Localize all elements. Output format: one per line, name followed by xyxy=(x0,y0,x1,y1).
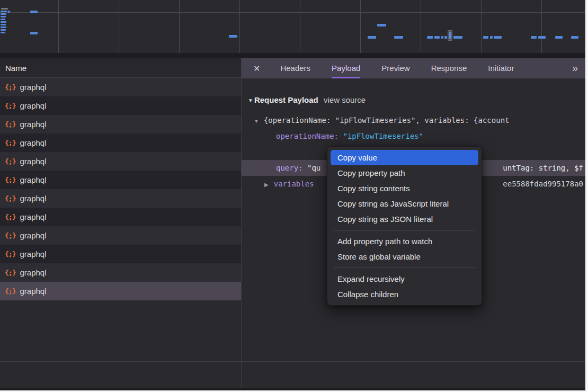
request-timeline-bar[interactable] xyxy=(453,36,462,39)
expand-triangle-icon[interactable]: ▶ xyxy=(264,177,269,192)
request-timeline-bar[interactable] xyxy=(1,29,6,31)
request-timeline-bar[interactable] xyxy=(483,36,488,39)
overview-vertical-gridline xyxy=(481,0,482,53)
json-braces-icon: {;} xyxy=(5,152,15,171)
request-timeline-bar[interactable] xyxy=(494,36,502,39)
request-timeline-bar[interactable] xyxy=(8,11,10,13)
payload-root-row[interactable]: ▼{operationName: "ipFlowTimeseries", var… xyxy=(242,112,585,128)
request-timeline-bar[interactable] xyxy=(1,21,6,23)
context-menu-item[interactable]: Copy value xyxy=(331,150,478,165)
context-menu-item[interactable]: Copy string as JSON literal xyxy=(331,211,478,227)
overview-vertical-gridline xyxy=(360,0,361,53)
expand-triangle-icon[interactable]: ▼ xyxy=(254,113,259,128)
request-timeline-bar[interactable] xyxy=(368,36,376,39)
name-column-header[interactable]: Name xyxy=(0,58,242,78)
request-name-label: graphql xyxy=(20,78,46,96)
request-timeline-bar[interactable] xyxy=(1,16,6,17)
request-name-label: graphql xyxy=(20,226,46,245)
request-row[interactable]: {;}graphql xyxy=(0,282,242,300)
request-timeline-bar[interactable] xyxy=(1,32,5,33)
request-name-label: graphql xyxy=(20,208,46,226)
request-name-label: graphql xyxy=(20,133,46,152)
json-braces-icon: {;} xyxy=(5,78,15,96)
request-timeline-bar[interactable] xyxy=(229,35,237,38)
request-timeline-bar[interactable] xyxy=(441,36,443,39)
json-braces-icon: {;} xyxy=(5,263,15,282)
request-timeline-bar[interactable] xyxy=(490,36,493,39)
request-timeline-bar[interactable] xyxy=(555,36,563,39)
property-key: variables xyxy=(274,180,314,188)
overview-separator xyxy=(0,53,585,58)
request-timeline-bar[interactable] xyxy=(377,24,386,26)
payload-operationname-row[interactable]: operationName: "ipFlowTimeseries" xyxy=(242,128,585,144)
request-row[interactable]: {;}graphql xyxy=(0,78,242,96)
menu-divider xyxy=(334,268,475,268)
more-tabs-icon[interactable]: » xyxy=(572,58,577,78)
context-menu-item[interactable]: Copy string contents xyxy=(331,181,478,196)
section-collapse-icon[interactable]: ▼ xyxy=(248,97,253,103)
overview-vertical-gridline xyxy=(541,0,542,53)
name-column-label: Name xyxy=(5,64,26,73)
request-row[interactable]: {;}graphql xyxy=(0,96,242,115)
request-name-label: graphql xyxy=(20,96,46,115)
panel-split-divider[interactable] xyxy=(241,58,242,388)
menu-divider xyxy=(334,230,475,230)
context-menu-item[interactable]: Copy string as JavaScript literal xyxy=(331,196,478,211)
property-value-right: ee5588fdad995178a0 xyxy=(503,176,583,192)
details-tabs: HeadersPayloadPreviewResponseInitiator xyxy=(270,58,524,78)
request-timeline-bar[interactable] xyxy=(1,24,6,25)
window-bottom-edge xyxy=(0,388,585,390)
request-row[interactable]: {;}graphql xyxy=(0,226,242,245)
tab-initiator[interactable]: Initiator xyxy=(488,58,514,78)
request-timeline-bar[interactable] xyxy=(1,19,5,20)
request-row[interactable]: {;}graphql xyxy=(0,133,242,152)
request-timeline-bar[interactable] xyxy=(444,36,447,39)
request-timeline-bar[interactable] xyxy=(30,11,38,13)
context-menu-item[interactable]: Expand recursively xyxy=(331,271,478,287)
property-key: query: xyxy=(276,164,303,172)
request-row[interactable]: {;}graphql xyxy=(0,171,242,189)
request-rows: {;}graphql{;}graphql{;}graphql{;}graphql… xyxy=(0,78,242,300)
view-source-link[interactable]: view source xyxy=(324,93,366,108)
request-row[interactable]: {;}graphql xyxy=(0,263,242,282)
request-timeline-bar[interactable] xyxy=(531,36,537,39)
context-menu-item[interactable]: Add property path to watch xyxy=(331,234,478,249)
network-overview-timeline[interactable] xyxy=(0,0,585,53)
property-value-right: untTag: string, $f xyxy=(503,160,583,176)
json-braces-icon: {;} xyxy=(5,189,15,208)
json-braces-icon: {;} xyxy=(5,245,15,263)
request-timeline-bar[interactable] xyxy=(538,36,546,39)
request-timeline-bar[interactable] xyxy=(30,32,38,34)
request-timeline-bar[interactable] xyxy=(427,36,433,39)
request-row[interactable]: {;}graphql xyxy=(0,189,242,208)
request-list-panel: Name {;}graphql{;}graphql{;}graphql{;}gr… xyxy=(0,58,242,361)
close-icon[interactable]: ✕ xyxy=(253,64,260,74)
request-row[interactable]: {;}graphql xyxy=(0,208,242,226)
request-timeline-bar[interactable] xyxy=(1,13,6,15)
json-braces-icon: {;} xyxy=(5,133,15,152)
request-payload-section[interactable]: ▼Request Payload view source xyxy=(248,93,318,108)
request-timeline-bar[interactable] xyxy=(1,26,6,28)
tab-response[interactable]: Response xyxy=(431,58,467,78)
request-row[interactable]: {;}graphql xyxy=(0,245,242,263)
request-row[interactable]: {;}graphql xyxy=(0,115,242,133)
context-menu-item[interactable]: Store as global variable xyxy=(331,249,478,264)
context-menu-item[interactable]: Collapse children xyxy=(331,287,478,302)
request-timeline-bar[interactable] xyxy=(1,8,8,10)
tab-payload[interactable]: Payload xyxy=(332,58,360,78)
request-timeline-bar[interactable] xyxy=(1,11,7,12)
section-title: Request Payload xyxy=(254,95,318,104)
request-timeline-bar[interactable] xyxy=(394,36,403,39)
json-braces-icon: {;} xyxy=(5,208,15,226)
property-key: operationName: xyxy=(276,132,338,140)
request-row[interactable]: {;}graphql xyxy=(0,152,242,171)
request-name-label: graphql xyxy=(20,245,46,263)
request-timeline-bar[interactable] xyxy=(571,36,578,39)
tab-headers[interactable]: Headers xyxy=(280,58,310,78)
json-braces-icon: {;} xyxy=(5,96,15,115)
request-timeline-bar[interactable] xyxy=(434,36,440,39)
overview-vertical-gridline xyxy=(58,0,59,53)
tab-preview[interactable]: Preview xyxy=(381,58,409,78)
json-braces-icon: {;} xyxy=(5,282,15,300)
context-menu-item[interactable]: Copy property path xyxy=(331,165,478,181)
